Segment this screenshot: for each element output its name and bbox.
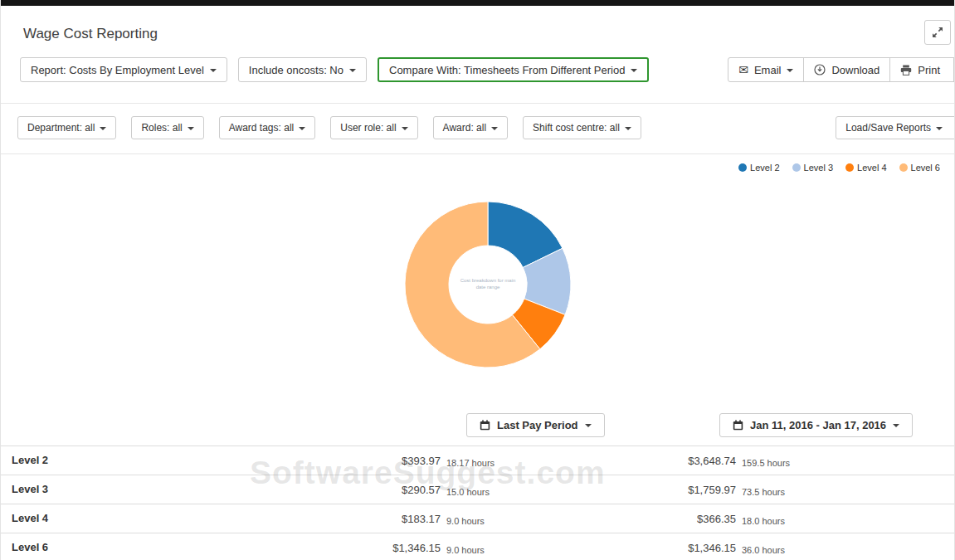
legend-label: Level 3 [804,163,833,173]
chevron-down-icon [625,127,631,130]
header: Wage Cost Reporting [23,22,934,46]
wage-cost-reporting-page: Wage Cost Reporting Report: Costs By Emp… [0,0,955,560]
chevron-down-icon [491,127,498,130]
filter-department[interactable]: Department: all [17,116,116,139]
chevron-down-icon [936,127,943,130]
load-save-reports-button[interactable]: Load/Save Reports [836,116,955,139]
wage-cost-table: Level 2 $393.97 18.17 hours $3,648.74 15… [1,446,954,560]
legend-item-level-6[interactable]: Level 6 [899,163,940,173]
row-level-label: Level 4 [12,504,48,533]
period-selector-main-label: Last Pay Period [497,420,578,431]
chevron-down-icon [631,69,637,72]
load-save-reports-label: Load/Save Reports [845,123,931,133]
donut-chart[interactable]: Cost breakdown for main date range [397,193,579,376]
period1-cost: $1,346.15 [333,542,441,554]
chevron-down-icon [188,127,194,130]
legend-label: Level 4 [857,163,886,173]
expand-icon [932,27,943,38]
top-black-bar [1,0,954,6]
legend-dot [899,163,908,172]
table-row-level-4: Level 4 $183.17 9.0 hours $366.35 18.0 h… [1,504,954,533]
legend-item-level-3[interactable]: Level 3 [792,163,833,173]
email-icon: ✉ [738,64,748,75]
page-title: Wage Cost Reporting [23,22,934,46]
row-period1-values: $183.17 9.0 hours [333,504,485,533]
row-level-label: Level 6 [12,533,48,560]
table-row-level-6: Level 6 $1,346.15 9.0 hours $1,346.15 36… [1,533,954,560]
legend-dot [738,163,747,172]
oncosts-dropdown-label: Include oncosts: No [249,65,344,75]
chevron-down-icon [787,69,793,72]
period1-cost: $183.17 [333,513,441,525]
donut-center-label: Cost breakdown for main date range [456,278,520,291]
row-level-label: Level 2 [12,446,48,475]
period-selector-compare[interactable]: Jan 11, 2016 - Jan 17, 2016 [719,413,913,437]
chevron-down-icon [210,69,217,72]
chevron-down-icon [299,127,305,130]
period2-cost: $366.35 [621,513,736,525]
period2-hours: 18.0 hours [742,516,785,526]
period2-hours: 36.0 hours [742,545,785,555]
calendar-icon [733,420,743,431]
period-selector-row: Last Pay Period Jan 11, 2016 - Jan 17, 2… [1,410,954,446]
legend-dot [792,163,801,172]
oncosts-dropdown[interactable]: Include oncosts: No [238,57,367,82]
calendar-icon [480,420,490,431]
table-row-level-3: Level 3 $290.57 15.0 hours $1,759.97 73.… [1,475,954,504]
chevron-down-icon [585,424,592,427]
row-period2-values: $1,346.15 36.0 hours [621,533,785,560]
filter-award-tags[interactable]: Award tags: all [219,116,316,139]
legend-item-level-4[interactable]: Level 4 [845,163,886,173]
email-button-label: Email [754,65,782,75]
filter-department-label: Department: all [27,123,95,133]
print-button-label: Print [918,65,940,75]
toolbar: Report: Costs By Employment Level Includ… [1,57,954,82]
chevron-down-icon [893,424,899,427]
email-dropdown-button[interactable]: ✉ Email [728,57,804,82]
compare-with-dropdown[interactable]: Compare With: Timesheets From Different … [378,57,649,82]
download-icon [814,64,826,75]
period2-cost: $1,346.15 [621,542,736,554]
filter-user-role-label: User role: all [340,123,396,133]
divider [1,103,954,104]
print-icon [900,65,912,75]
chevron-down-icon [349,69,356,72]
chart-legend: Level 2 Level 3 Level 4 Level 6 [738,163,940,173]
print-button[interactable]: Print [889,57,954,82]
chart-section: Level 2 Level 3 Level 4 Level 6 Cost bre… [1,154,954,410]
download-button[interactable]: Download [803,57,890,82]
period1-hours: 9.0 hours [446,545,485,555]
row-period1-values: $290.57 15.0 hours [333,475,490,504]
row-period2-values: $1,759.97 73.5 hours [621,475,785,504]
filter-shift-cost-centre[interactable]: Shift cost centre: all [523,116,641,139]
legend-label: Level 2 [750,163,779,173]
period1-cost: $290.57 [333,484,441,496]
filter-roles[interactable]: Roles: all [131,116,203,139]
filter-user-role[interactable]: User role: all [330,116,417,139]
legend-item-level-2[interactable]: Level 2 [738,163,779,173]
row-level-label: Level 3 [12,475,48,504]
row-period1-values: $1,346.15 9.0 hours [333,533,485,560]
row-period2-values: $366.35 18.0 hours [621,504,785,533]
period1-hours: 18.17 hours [446,458,495,468]
period-selector-main[interactable]: Last Pay Period [466,413,605,437]
download-button-label: Download [831,65,879,75]
filter-roles-label: Roles: all [141,123,182,133]
period1-hours: 15.0 hours [446,487,490,497]
period2-cost: $1,759.97 [621,484,736,496]
expand-report-button[interactable] [924,20,951,45]
compare-with-label: Compare With: Timesheets From Different … [389,65,625,75]
legend-dot [845,163,854,172]
filter-award[interactable]: Award: all [433,116,508,139]
period2-hours: 73.5 hours [742,487,785,497]
export-button-group: ✉ Email Download [728,57,954,82]
period1-hours: 9.0 hours [446,516,485,526]
chevron-down-icon [100,127,106,130]
filter-shift-cost-centre-label: Shift cost centre: all [533,123,620,133]
filter-award-tags-label: Award tags: all [229,123,295,133]
legend-label: Level 6 [911,163,940,173]
row-period1-values: $393.97 18.17 hours [333,446,495,475]
report-dropdown[interactable]: Report: Costs By Employment Level [20,57,227,82]
period1-cost: $393.97 [333,455,441,467]
filter-award-label: Award: all [443,123,486,133]
